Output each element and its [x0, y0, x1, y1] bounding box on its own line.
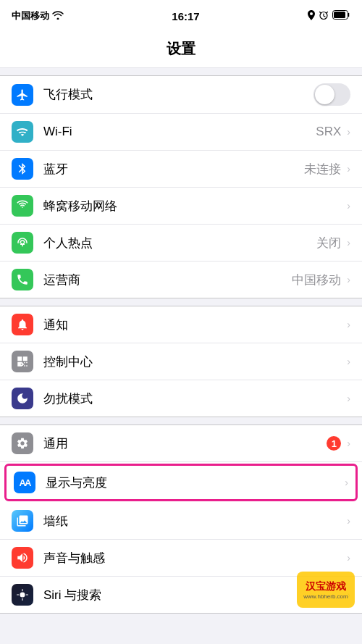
status-right: [308, 10, 350, 22]
bluetooth-chevron: ›: [347, 163, 350, 175]
page-header: 设置: [0, 32, 362, 68]
watermark: 汉宝游戏 www.hbherb.com: [297, 572, 355, 608]
control-center-chevron: ›: [347, 356, 350, 367]
cellular-item[interactable]: 蜂窝移动网络 ›: [0, 188, 362, 225]
carrier-item[interactable]: 运营商 中国移动 ›: [0, 262, 362, 298]
display-label: 显示与亮度: [46, 474, 343, 491]
wallpaper-item[interactable]: 墙纸 ›: [0, 503, 362, 540]
hotspot-item[interactable]: 个人热点 关闭 ›: [0, 225, 362, 262]
control-center-item[interactable]: 控制中心 ›: [0, 343, 362, 380]
hotspot-chevron: ›: [347, 237, 350, 248]
bluetooth-icon: [12, 158, 33, 180]
bluetooth-value: 未连接: [304, 161, 341, 177]
sounds-icon: [12, 547, 33, 569]
status-time: 16:17: [172, 10, 199, 22]
hotspot-value: 关闭: [316, 235, 341, 251]
wifi-value: SRX: [316, 125, 341, 139]
display-item[interactable]: AA 显示与亮度 ›: [4, 464, 358, 501]
dnd-icon: [12, 388, 33, 409]
wallpaper-chevron: ›: [347, 515, 350, 527]
status-bar: 中国移动 16:17: [0, 0, 362, 32]
dnd-chevron: ›: [347, 393, 350, 404]
siri-icon: [12, 584, 33, 606]
general-badge: 1: [327, 436, 341, 451]
watermark-logo: 汉宝游戏: [306, 580, 346, 593]
battery-icon: [332, 10, 350, 22]
status-left: 中国移动: [12, 9, 64, 22]
display-chevron: ›: [345, 477, 348, 488]
notifications-item[interactable]: 通知 ›: [0, 306, 362, 343]
group-connectivity: 飞行模式 Wi-Fi SRX › 蓝牙 未连接 › 蜂窝移动网络 › 个人热点: [0, 75, 362, 298]
bluetooth-label: 蓝牙: [43, 161, 304, 177]
sounds-label: 声音与触感: [43, 550, 345, 566]
sounds-chevron: ›: [347, 552, 350, 564]
wifi-settings-icon: [12, 121, 33, 143]
toggle-thumb: [315, 85, 334, 104]
bluetooth-item[interactable]: 蓝牙 未连接 ›: [0, 151, 362, 188]
location-icon: [308, 10, 315, 22]
hotspot-label: 个人热点: [43, 235, 316, 251]
cellular-icon: [12, 195, 33, 217]
notifications-label: 通知: [43, 317, 345, 333]
wifi-label: Wi-Fi: [43, 125, 316, 139]
dnd-label: 勿扰模式: [43, 390, 345, 407]
general-item[interactable]: 通用 1 ›: [0, 425, 362, 462]
airplane-toggle[interactable]: [313, 83, 350, 106]
wifi-icon: [52, 11, 64, 22]
dnd-item[interactable]: 勿扰模式 ›: [0, 380, 362, 417]
control-center-label: 控制中心: [43, 354, 345, 370]
display-icon: AA: [14, 472, 35, 493]
hotspot-icon: [12, 232, 33, 254]
control-center-icon: [12, 351, 33, 372]
general-icon: [12, 432, 33, 454]
airplane-icon: [12, 84, 33, 106]
notifications-chevron: ›: [347, 319, 350, 330]
alarm-icon: [319, 10, 329, 22]
carrier-text: 中国移动: [12, 9, 49, 22]
group-notifications: 通知 › 控制中心 › 勿扰模式 ›: [0, 306, 362, 417]
general-label: 通用: [43, 435, 327, 452]
notifications-icon: [12, 314, 33, 335]
svg-rect-2: [334, 12, 345, 18]
wallpaper-label: 墙纸: [43, 513, 345, 530]
airplane-mode-item[interactable]: 飞行模式: [0, 76, 362, 114]
wifi-chevron: ›: [347, 126, 350, 138]
watermark-url: www.hbherb.com: [303, 593, 348, 600]
svg-point-3: [20, 593, 25, 597]
carrier-label: 运营商: [43, 272, 292, 288]
wifi-item[interactable]: Wi-Fi SRX ›: [0, 114, 362, 151]
wallpaper-icon: [12, 510, 33, 532]
cellular-label: 蜂窝移动网络: [43, 198, 345, 214]
cellular-chevron: ›: [347, 200, 350, 212]
page-title: 设置: [167, 41, 195, 57]
general-chevron: ›: [347, 438, 350, 449]
carrier-value: 中国移动: [292, 272, 341, 288]
carrier-chevron: ›: [347, 274, 350, 285]
airplane-label: 飞行模式: [43, 86, 313, 103]
carrier-icon: [12, 269, 33, 290]
